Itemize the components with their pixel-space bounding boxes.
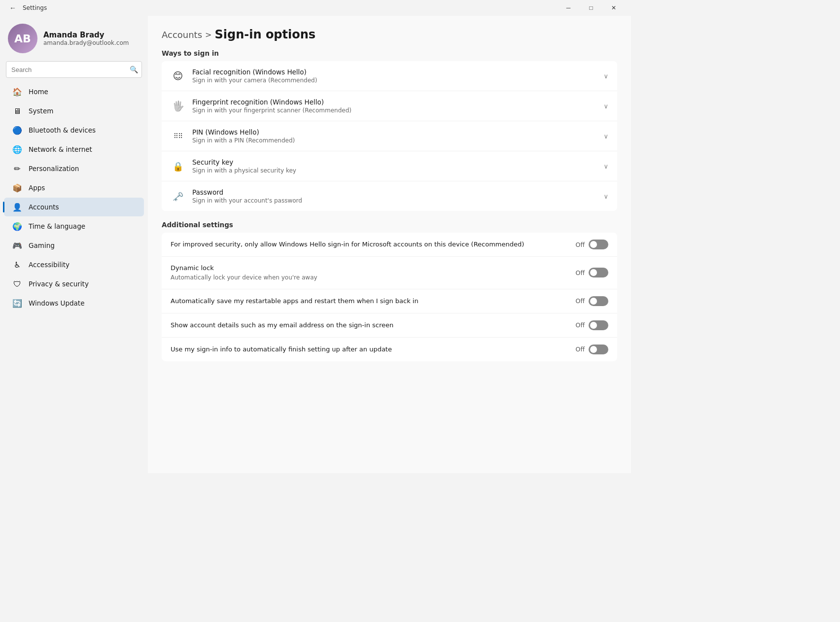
sign-in-info-toggle[interactable] (589, 345, 608, 354)
setting-dynamic-lock: Dynamic lockAutomatically lock your devi… (162, 257, 617, 289)
gaming-icon: 🎮 (12, 240, 23, 251)
sidebar-item-system[interactable]: 🖥 System (4, 102, 144, 120)
breadcrumb-parent: Accounts (162, 30, 202, 40)
apps-icon: 📦 (12, 182, 23, 193)
setting-hello-only: For improved security, only allow Window… (162, 233, 617, 257)
accounts-icon: 👤 (12, 202, 23, 212)
sidebar-item-label: System (29, 107, 53, 115)
chevron-down-icon: ∨ (603, 103, 608, 110)
restart-apps-control: Off (576, 296, 608, 306)
facial-title: Facial recognition (Windows Hello) (192, 68, 596, 76)
page-title: Sign-in options (214, 28, 315, 41)
account-details-toggle[interactable] (589, 320, 608, 330)
hello-only-status: Off (576, 241, 585, 248)
sidebar-item-label: Accounts (29, 203, 59, 211)
sidebar-item-personalization[interactable]: ✏️ Personalization (4, 159, 144, 178)
sidebar-item-label: Gaming (29, 242, 55, 249)
dynamic-lock-control: Off (576, 268, 608, 277)
dynamic-lock-text: Dynamic lockAutomatically lock your devi… (171, 264, 569, 282)
system-icon: 🖥 (12, 105, 23, 116)
sign-in-option-password[interactable]: 🗝️ Password Sign in with your account's … (162, 181, 617, 211)
sign-in-option-pin[interactable]: ⠿⠿ PIN (Windows Hello) Sign in with a PI… (162, 121, 617, 151)
fingerprint-subtitle: Sign in with your fingerprint scanner (R… (192, 107, 596, 114)
window-controls: ─ □ ✕ (557, 0, 625, 16)
time-icon: 🌍 (12, 221, 23, 232)
user-profile: AB Amanda Brady amanda.brady@outlook.com (0, 16, 148, 59)
titlebar: ← Settings ─ □ ✕ (0, 0, 631, 16)
chevron-down-icon: ∨ (603, 163, 608, 170)
account-details-status: Off (576, 321, 585, 329)
chevron-down-icon: ∨ (603, 133, 608, 140)
sign-in-info-status: Off (576, 346, 585, 353)
sign-in-option-facial[interactable]: 😊 Facial recognition (Windows Hello) Sig… (162, 61, 617, 91)
facial-icon: 😊 (171, 69, 185, 83)
search-container: 🔍 (6, 61, 142, 78)
sign-in-option-security-key[interactable]: 🔒 Security key Sign in with a physical s… (162, 151, 617, 181)
personalization-icon: ✏️ (12, 163, 23, 174)
sidebar-item-label: Time & language (29, 222, 85, 230)
sidebar-item-gaming[interactable]: 🎮 Gaming (4, 236, 144, 255)
password-icon: 🗝️ (171, 189, 185, 204)
search-input[interactable] (6, 61, 142, 78)
bluetooth-icon: 🔵 (12, 125, 23, 136)
security-key-title: Security key (192, 158, 596, 166)
password-title: Password (192, 188, 596, 196)
user-email: amanda.brady@outlook.com (43, 39, 129, 46)
dynamic-lock-toggle[interactable] (589, 268, 608, 277)
password-subtitle: Sign in with your account's password (192, 197, 596, 204)
sidebar-item-privacy[interactable]: 🛡 Privacy & security (4, 275, 144, 293)
setting-sign-in-info: Use my sign-in info to automatically fin… (162, 338, 617, 361)
sidebar-item-label: Accessibility (29, 261, 70, 269)
sidebar-item-apps[interactable]: 📦 Apps (4, 178, 144, 197)
sidebar-item-accessibility[interactable]: ♿ Accessibility (4, 255, 144, 274)
additional-settings-card: For improved security, only allow Window… (162, 233, 617, 361)
chevron-down-icon: ∨ (603, 193, 608, 200)
nav-list: 🏠 Home 🖥 System 🔵 Bluetooth & devices 🌐 … (0, 82, 148, 313)
pin-subtitle: Sign in with a PIN (Recommended) (192, 137, 596, 144)
breadcrumb: Accounts > Sign-in options (162, 28, 617, 41)
user-info: Amanda Brady amanda.brady@outlook.com (43, 31, 129, 46)
fingerprint-icon: 🖐 (171, 99, 185, 113)
close-button[interactable]: ✕ (602, 0, 625, 16)
facial-subtitle: Sign in with your camera (Recommended) (192, 77, 596, 84)
restart-apps-text: Automatically save my restartable apps a… (171, 297, 569, 306)
sidebar-item-time[interactable]: 🌍 Time & language (4, 217, 144, 236)
sidebar-item-bluetooth[interactable]: 🔵 Bluetooth & devices (4, 121, 144, 139)
avatar: AB (8, 24, 37, 53)
sidebar-item-label: Bluetooth & devices (29, 126, 96, 134)
sidebar-item-update[interactable]: 🔄 Windows Update (4, 294, 144, 312)
sidebar-item-label: Home (29, 88, 48, 96)
sidebar-item-home[interactable]: 🏠 Home (4, 82, 144, 101)
window-title: Settings (23, 4, 557, 11)
hello-only-control: Off (576, 240, 608, 249)
pin-title: PIN (Windows Hello) (192, 128, 596, 136)
home-icon: 🏠 (12, 86, 23, 97)
minimize-button[interactable]: ─ (557, 0, 580, 16)
user-name: Amanda Brady (43, 31, 129, 39)
breadcrumb-separator: > (205, 30, 211, 39)
sidebar-item-network[interactable]: 🌐 Network & internet (4, 140, 144, 159)
setting-account-details: Show account details such as my email ad… (162, 313, 617, 338)
hello-only-toggle[interactable] (589, 240, 608, 249)
pin-icon: ⠿⠿ (171, 129, 185, 143)
restart-apps-status: Off (576, 297, 585, 305)
security-key-subtitle: Sign in with a physical security key (192, 167, 596, 174)
sidebar-item-label: Personalization (29, 165, 79, 173)
sidebar-item-label: Network & internet (29, 145, 92, 153)
sidebar-item-label: Privacy & security (29, 280, 89, 288)
sidebar-item-accounts[interactable]: 👤 Accounts (4, 198, 144, 216)
maximize-button[interactable]: □ (580, 0, 602, 16)
accessibility-icon: ♿ (12, 259, 23, 270)
restart-apps-toggle[interactable] (589, 296, 608, 306)
sign-in-option-fingerprint[interactable]: 🖐 Fingerprint recognition (Windows Hello… (162, 91, 617, 121)
sign-in-options-card: 😊 Facial recognition (Windows Hello) Sig… (162, 61, 617, 211)
fingerprint-title: Fingerprint recognition (Windows Hello) (192, 98, 596, 106)
main-content: Accounts > Sign-in options Ways to sign … (148, 16, 631, 473)
dynamic-lock-status: Off (576, 269, 585, 276)
back-button[interactable]: ← (6, 1, 20, 15)
additional-settings-header: Additional settings (162, 221, 617, 229)
update-icon: 🔄 (12, 298, 23, 309)
sidebar: AB Amanda Brady amanda.brady@outlook.com… (0, 16, 148, 473)
setting-restart-apps: Automatically save my restartable apps a… (162, 289, 617, 313)
account-details-text: Show account details such as my email ad… (171, 321, 569, 330)
